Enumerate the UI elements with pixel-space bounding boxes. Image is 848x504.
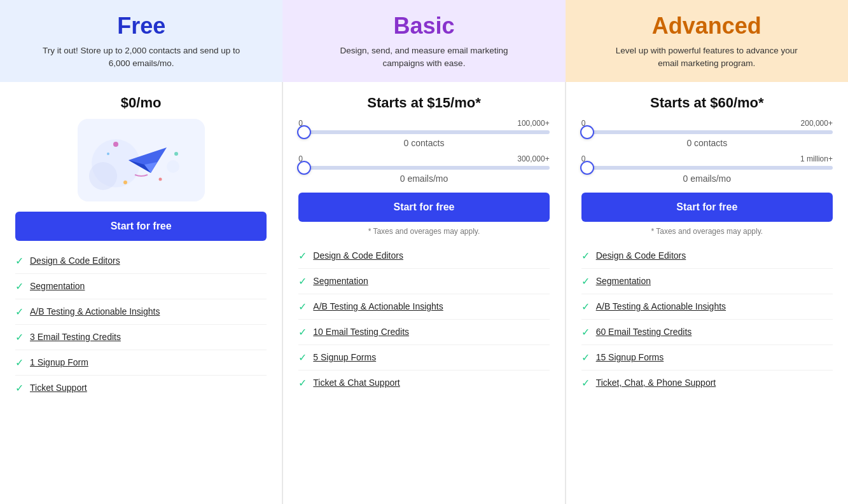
svg-point-2 [167,160,179,173]
feature-label[interactable]: Segmentation [596,276,651,286]
slider-max-label: 100,000+ [517,119,549,128]
slider-contacts-advanced: 0 200,000+ 0 contacts [581,119,833,148]
plan-title-free: Free [117,13,165,39]
tax-note-basic: * Taxes and overages may apply. [298,227,549,236]
slider-contacts-value: 0 contacts [298,138,549,148]
svg-point-1 [89,162,117,190]
feature-item: ✓Segmentation [298,269,549,294]
plan-subtitle-free: Try it out! Store up to 2,000 contacts a… [39,44,243,71]
plan-price-basic: Starts at $15/mo* [298,95,549,111]
slider-track-emails[interactable] [581,166,833,170]
slider-emails-max-label: 1 million+ [800,154,833,163]
feature-label[interactable]: 15 Signup Forms [596,352,664,362]
feature-item: ✓A/B Testing & Actionable Insights [298,294,549,320]
feature-label[interactable]: Segmentation [30,281,85,291]
svg-point-10 [107,153,109,155]
check-icon: ✓ [15,306,24,318]
feature-item: ✓10 Email Testing Credits [298,320,549,345]
feature-label[interactable]: 1 Signup Form [30,357,88,367]
svg-point-9 [158,177,162,180]
start-button-basic[interactable]: Start for free [298,193,549,222]
features-list-basic: ✓Design & Code Editors✓Segmentation✓A/B … [298,243,549,395]
check-icon: ✓ [298,275,307,287]
feature-label[interactable]: Design & Code Editors [313,250,403,261]
slider-emails-value: 0 emails/mo [298,174,549,184]
feature-item: ✓Design & Code Editors [15,249,267,274]
feature-item: ✓15 Signup Forms [581,345,833,371]
slider-thumb-contacts[interactable] [580,125,594,139]
check-icon: ✓ [581,377,590,389]
slider-emails-max-label: 300,000+ [517,154,549,163]
check-icon: ✓ [15,382,24,394]
plan-header-basic: BasicDesign, send, and measure email mar… [282,0,565,82]
slider-track-emails[interactable] [298,166,549,170]
start-button-free[interactable]: Start for free [15,212,267,241]
feature-item: ✓A/B Testing & Actionable Insights [581,294,833,320]
feature-label[interactable]: A/B Testing & Actionable Insights [596,301,726,311]
plan-col-basic: BasicDesign, send, and measure email mar… [282,0,565,504]
check-icon: ✓ [15,357,24,369]
feature-item: ✓Design & Code Editors [581,243,833,269]
feature-item: ✓5 Signup Forms [298,345,549,371]
feature-item: ✓60 Email Testing Credits [581,320,833,345]
slider-contacts-basic: 0 100,000+ 0 contacts [298,119,549,148]
sliders-area-basic: 0 100,000+ 0 contacts 0 300,000+ 0 email… [298,119,549,184]
feature-label[interactable]: Ticket Support [30,383,87,393]
feature-label[interactable]: Design & Code Editors [596,250,686,261]
feature-label[interactable]: Segmentation [313,276,368,286]
plan-body-advanced: Starts at $60/mo* 0 200,000+ 0 contacts … [566,82,848,505]
slider-emails-basic: 0 300,000+ 0 emails/mo [298,154,549,184]
check-icon: ✓ [298,301,307,313]
plan-header-free: FreeTry it out! Store up to 2,000 contac… [0,0,282,82]
plan-col-advanced: AdvancedLevel up with powerful features … [566,0,848,504]
check-icon: ✓ [581,250,590,262]
feature-label[interactable]: Ticket, Chat, & Phone Support [596,378,716,388]
check-icon: ✓ [298,377,307,389]
check-icon: ✓ [298,326,307,338]
feature-item: ✓Ticket Support [15,376,267,400]
check-icon: ✓ [581,351,590,364]
svg-point-7 [174,152,178,156]
slider-track-contacts[interactable] [298,130,549,134]
feature-label[interactable]: 10 Email Testing Credits [313,327,409,337]
plan-subtitle-basic: Design, send, and measure email marketin… [322,44,525,71]
feature-label[interactable]: A/B Testing & Actionable Insights [313,301,443,311]
plan-col-free: FreeTry it out! Store up to 2,000 contac… [0,0,282,504]
slider-emails-value: 0 emails/mo [581,174,833,184]
plan-price-advanced: Starts at $60/mo* [581,95,833,111]
feature-label[interactable]: A/B Testing & Actionable Insights [30,306,160,317]
plan-price-free: $0/mo [15,95,267,111]
feature-item: ✓Segmentation [15,274,267,299]
feature-label[interactable]: Design & Code Editors [30,255,120,266]
check-icon: ✓ [581,301,590,313]
slider-thumb-emails[interactable] [297,161,311,175]
plan-title-basic: Basic [393,13,454,39]
slider-thumb-contacts[interactable] [297,125,311,139]
feature-item: ✓Segmentation [581,269,833,294]
feature-label[interactable]: 3 Email Testing Credits [30,332,121,342]
feature-label[interactable]: 5 Signup Forms [313,352,376,362]
svg-point-6 [113,142,118,147]
check-icon: ✓ [298,351,307,364]
feature-item: ✓3 Email Testing Credits [15,325,267,350]
plan-subtitle-advanced: Level up with powerful features to advan… [605,44,809,71]
features-list-free: ✓Design & Code Editors✓Segmentation✓A/B … [15,249,267,400]
check-icon: ✓ [15,255,24,267]
start-button-advanced[interactable]: Start for free [581,193,833,222]
feature-item: ✓1 Signup Form [15,350,267,376]
pricing-container: FreeTry it out! Store up to 2,000 contac… [0,0,848,504]
feature-label[interactable]: Ticket & Chat Support [313,378,400,388]
features-list-advanced: ✓Design & Code Editors✓Segmentation✓A/B … [581,243,833,395]
slider-contacts-value: 0 contacts [581,138,833,148]
svg-point-8 [123,180,127,184]
check-icon: ✓ [298,250,307,262]
check-icon: ✓ [581,326,590,338]
check-icon: ✓ [15,280,24,292]
plan-title-advanced: Advanced [652,13,761,39]
feature-label[interactable]: 60 Email Testing Credits [596,327,692,337]
slider-track-contacts[interactable] [581,130,833,134]
feature-item: ✓Design & Code Editors [298,243,549,269]
plan-header-advanced: AdvancedLevel up with powerful features … [566,0,848,82]
slider-thumb-emails[interactable] [580,161,594,175]
slider-emails-advanced: 0 1 million+ 0 emails/mo [581,154,833,184]
